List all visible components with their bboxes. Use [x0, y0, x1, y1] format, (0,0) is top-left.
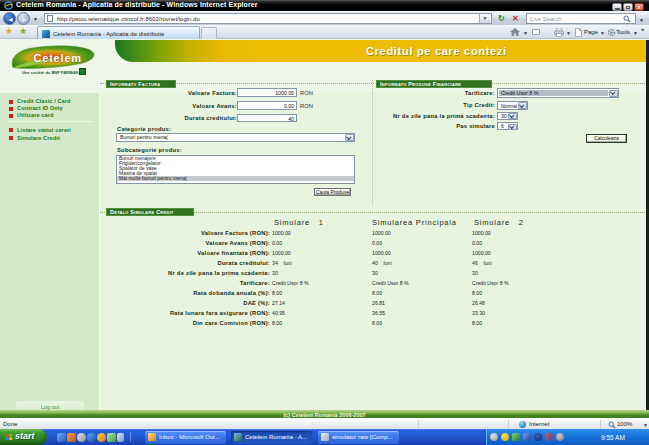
svg-text:Cetelem: Cetelem — [34, 52, 82, 64]
